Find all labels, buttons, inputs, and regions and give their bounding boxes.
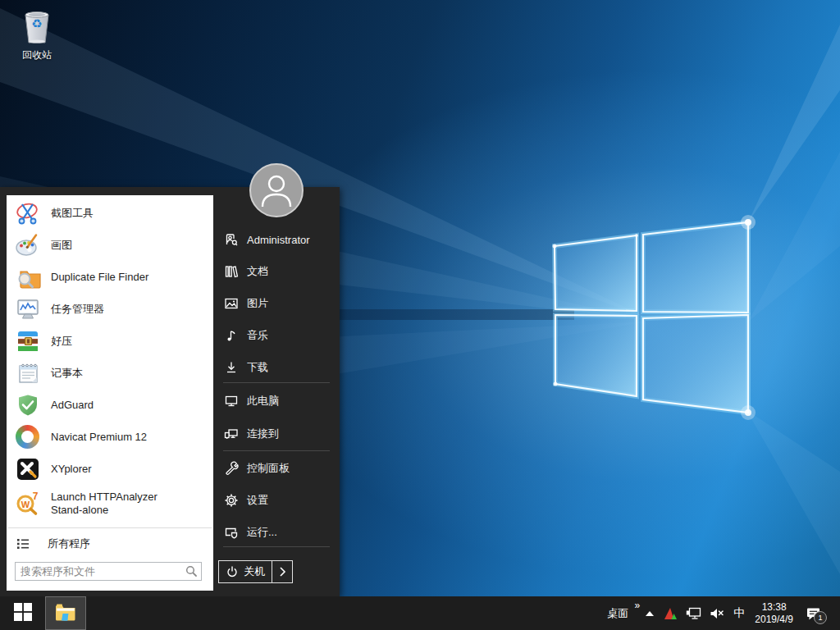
settings-item[interactable]: 设置	[213, 492, 340, 509]
duplicate-file-finder-icon	[15, 264, 41, 290]
recycle-bin-label: 回收站	[8, 48, 66, 62]
this-pc-item[interactable]: 此电脑	[213, 393, 340, 409]
program-item-snipping-tool[interactable]: 截图工具	[7, 199, 213, 228]
user-account-item[interactable]: Administrator	[213, 231, 340, 248]
program-item-label: Launch HTTPAnalyzer Stand-alone	[51, 491, 190, 517]
downloads-label: 下载	[247, 360, 268, 375]
program-item-label: 记事本	[51, 367, 83, 380]
program-item-task-manager[interactable]: 任务管理器	[7, 294, 213, 324]
run-icon	[224, 525, 239, 540]
program-item-xyplorer[interactable]: XYplorer	[7, 454, 213, 484]
run-item[interactable]: 运行...	[213, 524, 340, 541]
snipping-tool-icon	[15, 200, 41, 226]
program-item-duplicate-file-finder[interactable]: Duplicate File Finder	[7, 262, 213, 292]
places-divider	[223, 382, 330, 383]
program-item-label: XYplorer	[51, 463, 92, 476]
places-divider	[223, 450, 330, 451]
program-item-label: Duplicate File Finder	[51, 271, 148, 284]
start-menu-program-list: 截图工具 画图	[7, 195, 213, 591]
pictures-item[interactable]: 图片	[213, 295, 340, 312]
file-explorer-icon	[54, 602, 77, 625]
connect-to-item[interactable]: 连接到	[213, 426, 340, 442]
paint-icon	[15, 232, 41, 258]
start-search	[15, 562, 202, 581]
all-programs-button[interactable]: 所有程序	[7, 533, 213, 555]
power-icon	[226, 565, 239, 578]
music-label: 音乐	[247, 328, 268, 343]
program-item-haozip[interactable]: 好压	[7, 326, 213, 356]
program-item-adguard[interactable]: AdGuard	[7, 390, 213, 420]
navicat-icon	[15, 424, 41, 450]
task-manager-icon	[15, 296, 41, 322]
places-divider	[223, 546, 330, 547]
program-item-label: 任务管理器	[51, 303, 104, 316]
music-item[interactable]: 音乐	[213, 327, 340, 344]
control-panel-item[interactable]: 控制面板	[213, 460, 340, 477]
notification-count-badge: 1	[814, 611, 827, 624]
svg-text:W: W	[21, 500, 30, 509]
this-pc-icon	[224, 394, 239, 409]
documents-item[interactable]: 文档	[213, 263, 340, 280]
search-input[interactable]	[15, 562, 202, 581]
windows-logo-icon	[14, 603, 32, 624]
all-programs-label: 所有程序	[48, 536, 90, 551]
taskbar: 桌面 »	[0, 596, 840, 630]
clock-date: 2019/4/9	[755, 614, 793, 626]
program-item-navicat[interactable]: Navicat Premium 12	[7, 422, 213, 452]
clock-time: 13:38	[762, 601, 787, 614]
start-menu: 截图工具 画图	[0, 187, 340, 596]
action-center-button[interactable]: 1	[799, 596, 829, 630]
program-item-label: 好压	[51, 335, 72, 348]
desktop-toolbar-label: 桌面	[607, 606, 628, 621]
all-programs-list-icon	[16, 537, 30, 550]
taskbar-clock[interactable]: 13:38 2019/4/9	[749, 596, 799, 630]
control-panel-icon	[224, 461, 239, 476]
program-item-notepad[interactable]: 记事本	[7, 358, 213, 388]
user-account-label: Administrator	[247, 234, 310, 246]
system-tray: 桌面 »	[603, 596, 840, 630]
shutdown-label: 关机	[244, 564, 272, 579]
recycle-bin-shortcut[interactable]: ♻ 回收站	[8, 8, 66, 62]
user-avatar[interactable]	[249, 162, 304, 218]
this-pc-label: 此电脑	[247, 394, 279, 409]
xyplorer-icon	[15, 456, 41, 482]
volume-muted-tray-icon[interactable]	[705, 596, 729, 630]
connect-to-label: 连接到	[247, 427, 279, 441]
settings-gear-icon	[224, 493, 239, 508]
chevron-up-icon	[644, 609, 655, 618]
documents-label: 文档	[247, 264, 268, 279]
start-button[interactable]	[0, 596, 45, 630]
recycle-bin-icon: ♻	[18, 8, 56, 46]
start-menu-places: Administrator 文档 图片	[213, 187, 340, 596]
program-item-label: 画图	[51, 239, 72, 252]
gpu-utility-tray-icon[interactable]	[660, 596, 682, 630]
program-item-httpanalyzer[interactable]: W 7 Launch HTTPAnalyzer Stand-alone	[7, 486, 213, 521]
search-icon	[185, 564, 198, 578]
pictures-label: 图片	[247, 296, 268, 311]
run-label: 运行...	[247, 525, 277, 540]
pictures-icon	[224, 296, 239, 311]
program-item-paint[interactable]: 画图	[7, 231, 213, 260]
program-item-label: Navicat Premium 12	[51, 431, 147, 444]
file-explorer-taskbar-button[interactable]	[45, 596, 86, 630]
user-icon	[224, 232, 239, 247]
program-item-label: 截图工具	[51, 207, 94, 220]
download-icon	[224, 360, 239, 375]
httpanalyzer-icon: W 7	[15, 491, 41, 517]
documents-icon	[224, 264, 239, 279]
settings-label: 设置	[247, 493, 268, 508]
shutdown-options-chevron[interactable]	[272, 565, 292, 578]
show-hidden-icons-button[interactable]	[640, 596, 660, 630]
downloads-item[interactable]: 下载	[213, 359, 340, 376]
desktop-toolbar-button[interactable]: 桌面 »	[603, 596, 640, 630]
control-panel-label: 控制面板	[247, 461, 290, 476]
toolbar-overflow-chevron[interactable]: »	[635, 600, 641, 611]
input-method-indicator[interactable]: 中	[729, 596, 749, 630]
connect-to-icon	[224, 427, 239, 441]
notepad-icon	[15, 360, 41, 386]
program-list-divider	[8, 527, 212, 528]
shutdown-button[interactable]: 关机	[218, 560, 293, 583]
svg-text:7: 7	[33, 491, 39, 502]
recycle-arrows-glyph: ♻	[18, 16, 56, 31]
network-tray-icon[interactable]	[682, 596, 705, 630]
